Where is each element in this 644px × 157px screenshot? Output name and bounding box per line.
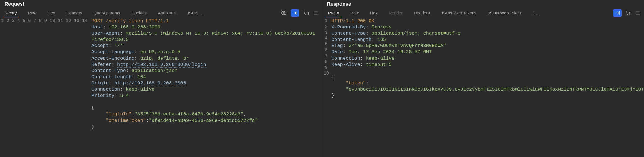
request-header: Request bbox=[0, 0, 322, 8]
tab-headers[interactable]: Headers bbox=[61, 8, 88, 17]
response-toolbar: \n bbox=[613, 9, 641, 17]
request-gutter: 1 2 3 4 5 6 7 8 9 10 11 12 13 14 bbox=[0, 17, 90, 157]
newline-icon[interactable]: \n bbox=[625, 10, 632, 16]
response-tabs: PrettyRawHexRenderHeadersJSON Web Tokens… bbox=[322, 8, 544, 17]
tab-json-web-tokens[interactable]: JSON Web Tokens bbox=[435, 8, 482, 17]
arrow-right-icon[interactable] bbox=[613, 9, 622, 17]
newline-icon[interactable]: \n bbox=[303, 10, 309, 16]
request-tabs-row: PrettyRawHexHeadersQuery paramsCookiesAt… bbox=[0, 8, 322, 17]
tab-raw[interactable]: Raw bbox=[22, 8, 42, 17]
request-panel: Request PrettyRawHexHeadersQuery paramsC… bbox=[0, 0, 322, 157]
request-tabs: PrettyRawHexHeadersQuery paramsCookiesAt… bbox=[0, 8, 209, 17]
arrow-right-icon[interactable] bbox=[291, 9, 299, 17]
tab-hex[interactable]: Hex bbox=[42, 8, 61, 17]
response-title: Response bbox=[327, 1, 351, 7]
tab-j-[interactable]: J… bbox=[527, 8, 544, 17]
tab-pretty[interactable]: Pretty bbox=[0, 8, 22, 17]
tab-raw[interactable]: Raw bbox=[345, 8, 364, 17]
response-header: Response bbox=[322, 0, 644, 8]
tab-attributes[interactable]: Attributes bbox=[152, 8, 181, 17]
response-content[interactable]: HTTP/1.1 200 OK X-Powered-By: Express Co… bbox=[330, 17, 644, 157]
tab-render[interactable]: Render bbox=[383, 8, 408, 17]
response-gutter: 1 2 3 4 5 6 7 8 9 10 bbox=[322, 17, 330, 157]
response-editor[interactable]: 1 2 3 4 5 6 7 8 9 10 HTTP/1.1 200 OK X-P… bbox=[322, 17, 644, 157]
tab-pretty[interactable]: Pretty bbox=[322, 8, 345, 17]
tab-json-web-token[interactable]: JSON Web Token bbox=[482, 8, 527, 17]
request-toolbar: \n bbox=[281, 9, 318, 17]
visibility-off-icon[interactable] bbox=[281, 10, 287, 16]
tab-cookies[interactable]: Cookies bbox=[126, 8, 152, 17]
tab-hex[interactable]: Hex bbox=[364, 8, 383, 17]
tab-query-params[interactable]: Query params bbox=[88, 8, 126, 17]
tab-json-[interactable]: JSON … bbox=[181, 8, 209, 17]
response-tabs-row: PrettyRawHexRenderHeadersJSON Web Tokens… bbox=[322, 8, 644, 17]
request-editor[interactable]: 1 2 3 4 5 6 7 8 9 10 11 12 13 14 POST /v… bbox=[0, 17, 322, 157]
menu-icon[interactable] bbox=[313, 10, 318, 15]
request-title: Request bbox=[4, 1, 24, 7]
request-content[interactable]: POST /verify-token HTTP/1.1 Host: 192.16… bbox=[90, 17, 322, 157]
tab-headers[interactable]: Headers bbox=[408, 8, 435, 17]
response-panel: Response PrettyRawHexRenderHeadersJSON W… bbox=[322, 0, 644, 157]
menu-icon[interactable] bbox=[636, 10, 641, 15]
